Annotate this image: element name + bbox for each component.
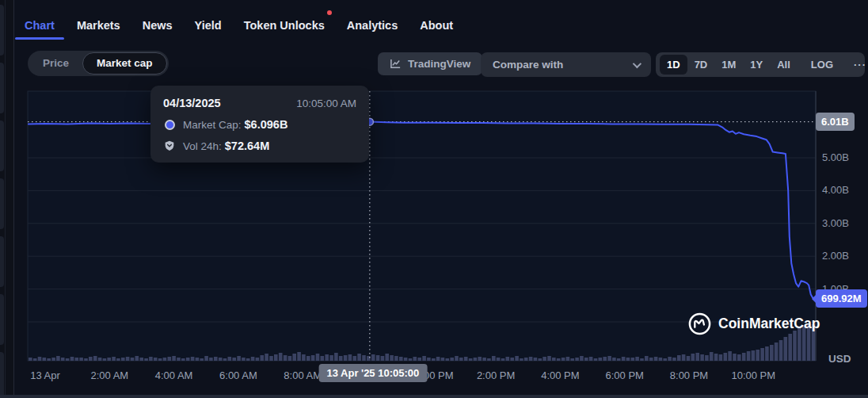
x-axis-label: 8:00 AM	[284, 369, 322, 381]
x-axis-label: 4:00 AM	[155, 369, 193, 381]
coinmarketcap-watermark: CoinMarketCap	[687, 312, 820, 336]
x-axis-label: 6:00 AM	[219, 369, 257, 381]
x-axis-label: 13 Apr	[30, 369, 60, 381]
crosshair-value-badge: 6.01B	[816, 113, 855, 131]
volume-shield-icon	[163, 140, 176, 152]
crosshair-time-badge: 13 Apr '25 10:05:00	[318, 364, 427, 382]
x-axis-label: 10:00 PM	[731, 369, 775, 381]
x-axis-label: 6:00 PM	[605, 369, 643, 381]
watermark-label: CoinMarketCap	[718, 316, 820, 332]
chart-tooltip: 04/13/2025 10:05:00 AM Market Cap: $6.09…	[150, 86, 369, 163]
x-axis-label: 8:00 PM	[670, 369, 708, 381]
y-axis-label: 5.00B	[822, 151, 849, 163]
y-axis-label: 2.00B	[822, 250, 849, 262]
marketcap-dot-icon	[163, 120, 176, 130]
marketcap-chart[interactable]	[0, 0, 868, 398]
tooltip-row-marketcap: Market Cap: $6.096B	[163, 118, 356, 131]
coinmarketcap-logo-icon	[687, 312, 712, 336]
horizontal-scrollbar[interactable]	[0, 395, 868, 398]
last-value-badge: 699.92M	[816, 289, 867, 308]
tooltip-volume-label: Vol 24h:	[183, 140, 222, 152]
tooltip-volume-value: $72.64M	[225, 140, 269, 152]
tooltip-date: 04/13/2025	[163, 97, 221, 109]
x-axis-label: 4:00 PM	[541, 369, 579, 381]
x-axis-label: 2:00 PM	[477, 369, 515, 381]
tooltip-marketcap-value: $6.096B	[245, 118, 288, 131]
currency-label: USD	[828, 353, 851, 365]
y-axis-label: 4.00B	[822, 184, 849, 196]
x-axis-label: 2:00 AM	[90, 369, 128, 381]
y-axis-label: 3.00B	[822, 217, 849, 229]
tooltip-row-volume: Vol 24h: $72.64M	[163, 140, 356, 152]
tooltip-marketcap-label: Market Cap:	[183, 119, 242, 131]
tooltip-time: 10:05:00 AM	[296, 98, 356, 109]
